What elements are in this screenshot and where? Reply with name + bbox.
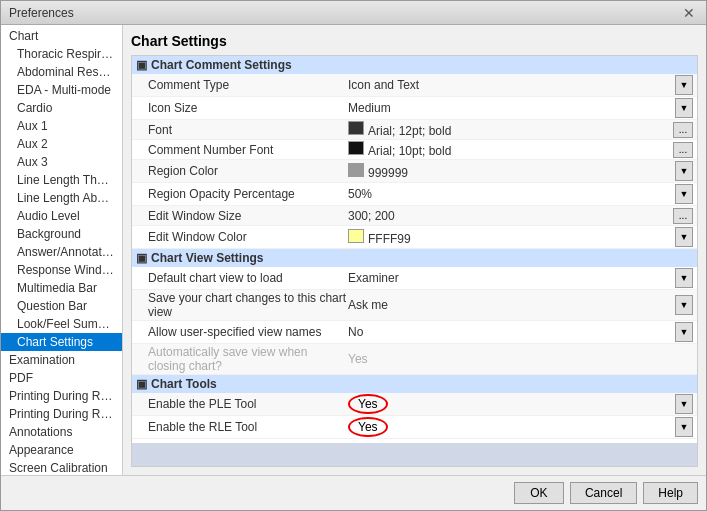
sidebar-item-15[interactable]: Question Bar	[1, 297, 122, 315]
preferences-window: Preferences ✕ ChartThoracic RespirationA…	[0, 0, 707, 511]
setting-row-2-0: Enable the PLE ToolYes▼	[132, 393, 697, 416]
sidebar-item-3[interactable]: EDA - Multi-mode	[1, 81, 122, 99]
section-title-1: Chart View Settings	[151, 251, 263, 265]
setting-value-0-5: 50%	[348, 187, 372, 201]
setting-btn-0-6[interactable]: ...	[673, 208, 693, 224]
setting-btn-0-3[interactable]: ...	[673, 142, 693, 158]
sidebar-item-13[interactable]: Response Window	[1, 261, 122, 279]
setting-dropdown-1-2[interactable]: ▼	[675, 322, 693, 342]
section-title-2: Chart Tools	[151, 377, 217, 391]
setting-controls-0-4: ▼	[675, 161, 693, 181]
setting-btn-0-2[interactable]: ...	[673, 122, 693, 138]
setting-value-1-1: Ask me	[348, 298, 388, 312]
sidebar-item-19[interactable]: PDF	[1, 369, 122, 387]
sidebar-item-9[interactable]: Line Length Abdomina	[1, 189, 122, 207]
setting-controls-2-0: ▼	[675, 394, 693, 414]
setting-value-0-2: Arial; 12pt; bold	[348, 121, 451, 138]
sidebar-item-7[interactable]: Aux 3	[1, 153, 122, 171]
sidebar-item-0[interactable]: Chart	[1, 27, 122, 45]
setting-value-area-0-5: 50%▼	[348, 184, 693, 204]
sidebar-item-12[interactable]: Answer/Annotation Lin	[1, 243, 122, 261]
setting-label-0-0: Comment Type	[148, 78, 348, 92]
color-swatch-0-7	[348, 229, 364, 243]
close-button[interactable]: ✕	[680, 4, 698, 22]
sidebar-item-2[interactable]: Abdominal Respiration	[1, 63, 122, 81]
setting-dropdown-1-0[interactable]: ▼	[675, 268, 693, 288]
setting-label-2-0: Enable the PLE Tool	[148, 397, 348, 411]
setting-dropdown-1-1[interactable]: ▼	[675, 295, 693, 315]
highlighted-val-2-0: Yes	[348, 394, 388, 414]
setting-dropdown-0-7[interactable]: ▼	[675, 227, 693, 247]
setting-controls-1-2: ▼	[675, 322, 693, 342]
setting-label-0-2: Font	[148, 123, 348, 137]
sidebar-item-1[interactable]: Thoracic Respiration	[1, 45, 122, 63]
setting-dropdown-2-1[interactable]: ▼	[675, 417, 693, 437]
setting-controls-0-1: ▼	[675, 98, 693, 118]
setting-value-1-2: No	[348, 325, 363, 339]
color-swatch-0-2	[348, 121, 364, 135]
content-area: ChartThoracic RespirationAbdominal Respi…	[1, 25, 706, 475]
sidebar-item-18[interactable]: Examination	[1, 351, 122, 369]
sidebar-item-20[interactable]: Printing During Review	[1, 387, 122, 405]
sidebar-item-23[interactable]: Appearance	[1, 441, 122, 459]
setting-dropdown-2-0[interactable]: ▼	[675, 394, 693, 414]
setting-value-0-0: Icon and Text	[348, 78, 419, 92]
setting-label-1-0: Default chart view to load	[148, 271, 348, 285]
setting-value-2-1: Yes	[348, 420, 388, 434]
setting-value-area-0-1: Medium▼	[348, 98, 693, 118]
setting-dropdown-0-1[interactable]: ▼	[675, 98, 693, 118]
setting-label-0-4: Region Color	[148, 164, 348, 178]
setting-controls-0-0: ▼	[675, 75, 693, 95]
setting-dropdown-0-0[interactable]: ▼	[675, 75, 693, 95]
sidebar-item-21[interactable]: Printing During Recording	[1, 405, 122, 423]
setting-value-area-1-2: No▼	[348, 322, 693, 342]
cancel-button[interactable]: Cancel	[570, 482, 637, 504]
setting-label-0-6: Edit Window Size	[148, 209, 348, 223]
setting-row-2-1: Enable the RLE ToolYes▼	[132, 416, 697, 439]
section-collapse-icon-2[interactable]: ▣	[136, 377, 147, 391]
sidebar-item-11[interactable]: Background	[1, 225, 122, 243]
help-button[interactable]: Help	[643, 482, 698, 504]
setting-row-1-1: Save your chart changes to this chart vi…	[132, 290, 697, 321]
sidebar-item-4[interactable]: Cardio	[1, 99, 122, 117]
setting-controls-2-1: ▼	[675, 417, 693, 437]
setting-controls-0-6: ...	[673, 208, 693, 224]
window-title: Preferences	[9, 6, 74, 20]
empty-footer-area	[132, 443, 697, 467]
sidebar-item-16[interactable]: Look/Feel Summary	[1, 315, 122, 333]
setting-row-1-3: Automatically save view when closing cha…	[132, 344, 697, 375]
setting-label-1-1: Save your chart changes to this chart vi…	[148, 291, 348, 319]
ok-button[interactable]: OK	[514, 482, 564, 504]
setting-label-0-3: Comment Number Font	[148, 143, 348, 157]
setting-dropdown-0-4[interactable]: ▼	[675, 161, 693, 181]
setting-value-area-1-1: Ask me▼	[348, 295, 693, 315]
sidebar: ChartThoracic RespirationAbdominal Respi…	[1, 25, 123, 475]
sidebar-item-5[interactable]: Aux 1	[1, 117, 122, 135]
sidebar-item-6[interactable]: Aux 2	[1, 135, 122, 153]
setting-controls-1-0: ▼	[675, 268, 693, 288]
setting-value-area-2-1: Yes▼	[348, 417, 693, 437]
setting-dropdown-0-5[interactable]: ▼	[675, 184, 693, 204]
setting-row-1-0: Default chart view to loadExaminer▼	[132, 267, 697, 290]
section-header-0: ▣Chart Comment Settings	[132, 56, 697, 74]
sidebar-item-24[interactable]: Screen Calibration	[1, 459, 122, 475]
sidebar-item-8[interactable]: Line Length Thoracic	[1, 171, 122, 189]
sidebar-item-17[interactable]: Chart Settings	[1, 333, 122, 351]
setting-controls-1-1: ▼	[675, 295, 693, 315]
setting-row-0-6: Edit Window Size300; 200...	[132, 206, 697, 226]
section-collapse-icon-1[interactable]: ▣	[136, 251, 147, 265]
setting-row-0-4: Region Color999999▼	[132, 160, 697, 183]
sidebar-item-22[interactable]: Annotations	[1, 423, 122, 441]
setting-value-2-0: Yes	[348, 397, 388, 411]
setting-value-area-0-3: Arial; 10pt; bold...	[348, 141, 693, 158]
setting-controls-0-2: ...	[673, 122, 693, 138]
setting-value-area-1-0: Examiner▼	[348, 268, 693, 288]
sidebar-item-14[interactable]: Multimedia Bar	[1, 279, 122, 297]
setting-value-1-3: Yes	[348, 352, 368, 366]
setting-label-0-7: Edit Window Color	[148, 230, 348, 244]
section-collapse-icon-0[interactable]: ▣	[136, 58, 147, 72]
setting-value-0-3: Arial; 10pt; bold	[348, 141, 451, 158]
sidebar-item-10[interactable]: Audio Level	[1, 207, 122, 225]
setting-controls-0-3: ...	[673, 142, 693, 158]
setting-label-2-1: Enable the RLE Tool	[148, 420, 348, 434]
